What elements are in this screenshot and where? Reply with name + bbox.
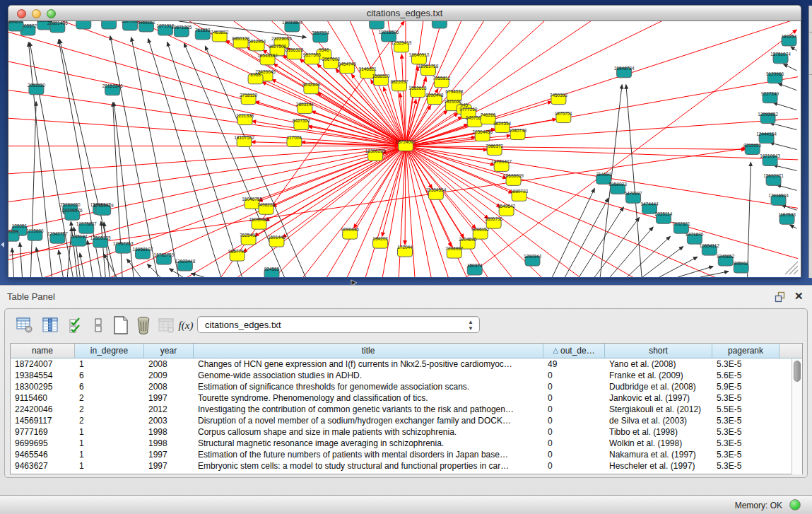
cell-name[interactable]: 9463627 bbox=[11, 460, 75, 472]
cell-name[interactable]: 18300295 bbox=[11, 381, 75, 392]
cell-in_degree[interactable]: 1 bbox=[75, 449, 144, 460]
graph-node[interactable]: 17957253 bbox=[113, 241, 134, 253]
table-row[interactable]: 977716911998Corpus callosum shape and si… bbox=[11, 426, 802, 438]
graph-node[interactable]: 8990448 bbox=[425, 93, 444, 105]
cell-short[interactable]: Hescheler et al. (1997) bbox=[605, 460, 712, 472]
graph-node[interactable]: 894614 bbox=[8, 21, 24, 31]
graph-node[interactable]: 8186328 bbox=[286, 47, 304, 59]
cell-year[interactable]: 2008 bbox=[144, 381, 194, 392]
graph-node[interactable]: 20153346 bbox=[102, 83, 123, 95]
table-row[interactable]: 2242004622012Investigating the contribut… bbox=[11, 404, 802, 415]
graph-node[interactable]: 19671385 bbox=[171, 25, 192, 37]
cell-name[interactable]: 9115460 bbox=[11, 392, 75, 404]
table-settings-icon[interactable] bbox=[15, 315, 35, 335]
graph-node[interactable]: 7986372 bbox=[486, 144, 504, 156]
cell-out_de[interactable]: 0 bbox=[543, 426, 605, 438]
cell-out_de[interactable]: 0 bbox=[543, 438, 605, 449]
graph-node[interactable]: 16099489 bbox=[249, 217, 269, 229]
graph-node[interactable]: 8822037 bbox=[390, 79, 408, 91]
graph-node[interactable]: 17016504 bbox=[768, 193, 789, 205]
graph-node[interactable]: 18640910 bbox=[409, 52, 430, 64]
cell-pagerank[interactable]: 5.3E-5 bbox=[712, 438, 779, 449]
cell-title[interactable]: Disruption of a novel member of a sodium… bbox=[194, 415, 543, 426]
graph-node[interactable]: 10975887 bbox=[76, 221, 97, 233]
graph-node[interactable]: 1880723 bbox=[510, 189, 529, 201]
cell-title[interactable]: Investigating the contribution of common… bbox=[194, 404, 543, 415]
panel-collapse-arrow-icon[interactable] bbox=[1, 242, 4, 247]
delete-rows-icon[interactable] bbox=[134, 315, 153, 335]
graph-node[interactable]: 7204967 bbox=[445, 246, 464, 258]
graph-node[interactable]: 8471676 bbox=[686, 232, 704, 244]
select-rows-icon[interactable] bbox=[66, 315, 86, 335]
graph-node[interactable]: 18300295 bbox=[365, 148, 386, 160]
cell-out_de[interactable]: 0 bbox=[543, 404, 605, 415]
graph-node[interactable]: 7857224 bbox=[312, 30, 330, 42]
cell-short[interactable]: Jankovic et al. (1997) bbox=[605, 392, 712, 404]
cell-pagerank[interactable]: 5.5E-5 bbox=[712, 404, 779, 415]
graph-node[interactable]: 2935114 bbox=[655, 211, 673, 223]
cell-short[interactable]: Stergiakouli et al. (2012) bbox=[605, 404, 712, 415]
column-header-in_degree[interactable]: in_degree bbox=[75, 344, 144, 358]
graph-node[interactable]: 18107552 bbox=[234, 135, 254, 147]
graph-node[interactable]: 12923448 bbox=[175, 259, 195, 271]
cell-name[interactable]: 9699695 bbox=[11, 438, 75, 449]
cell-title[interactable]: Genome-wide association studies in ADHD. bbox=[194, 370, 543, 381]
cell-out_de[interactable]: 0 bbox=[543, 370, 605, 381]
graph-node[interactable]: 181254 bbox=[782, 34, 797, 46]
graph-node[interactable]: 39159 bbox=[8, 229, 19, 241]
graph-node[interactable]: 1562615 bbox=[408, 86, 427, 98]
cell-in_degree[interactable]: 2 bbox=[75, 392, 144, 404]
graph-node[interactable]: 16648784 bbox=[614, 66, 635, 78]
show-columns-icon[interactable] bbox=[40, 315, 60, 335]
table-row[interactable]: 1456911722003Disruption of a novel membe… bbox=[11, 415, 802, 426]
table-row[interactable]: 946554611997Estimation of the future num… bbox=[11, 449, 802, 460]
column-header-name[interactable]: name bbox=[11, 344, 75, 358]
cell-out_de[interactable]: 49 bbox=[543, 358, 605, 370]
graph-node[interactable]: 2053130 bbox=[28, 83, 46, 95]
cell-year[interactable]: 1997 bbox=[144, 392, 194, 404]
graph-node[interactable]: 1145194 bbox=[70, 234, 88, 246]
cell-in_degree[interactable]: 1 bbox=[75, 438, 144, 449]
cell-year[interactable]: 2009 bbox=[144, 370, 194, 381]
graph-node[interactable]: 924565 bbox=[264, 267, 280, 277]
cell-out_de[interactable]: 0 bbox=[543, 449, 605, 460]
graph-node[interactable]: 10653287 bbox=[99, 21, 119, 29]
table-header-row[interactable]: namein_degreeyeartitle△out_de…shortpager… bbox=[11, 344, 802, 358]
column-header-title[interactable]: title bbox=[194, 344, 543, 358]
cell-pagerank[interactable]: 5.3E-5 bbox=[712, 426, 779, 438]
graph-node[interactable]: 1875751 bbox=[555, 111, 573, 123]
cell-short[interactable]: Franke et al. (2009) bbox=[605, 370, 712, 381]
graph-node[interactable]: 20206576 bbox=[62, 208, 83, 220]
cell-in_degree[interactable]: 6 bbox=[75, 381, 144, 392]
cell-pagerank[interactable]: 5.3E-5 bbox=[712, 449, 779, 460]
graph-node[interactable]: 12325419 bbox=[392, 40, 412, 52]
close-panel-icon[interactable]: ✕ bbox=[794, 290, 804, 303]
resize-grip-icon[interactable] bbox=[782, 259, 799, 276]
cell-name[interactable]: 19384554 bbox=[11, 370, 75, 381]
cell-year[interactable]: 1998 bbox=[144, 438, 194, 449]
graph-node[interactable]: 761552 bbox=[195, 28, 211, 40]
hub-node[interactable]: 18724007 bbox=[396, 139, 416, 151]
network-canvas[interactable]: 1405572894614231913208914061044371065328… bbox=[8, 21, 801, 277]
cell-short[interactable]: Nakamura et al. (1997) bbox=[605, 449, 712, 460]
graph-node[interactable]: 7450393 bbox=[550, 93, 568, 105]
memory-ok-icon[interactable] bbox=[789, 499, 801, 510]
table-row[interactable]: 969969511998Structural magnetic resonanc… bbox=[11, 438, 802, 449]
graph-node[interactable]: 18720407 bbox=[491, 159, 512, 171]
graph-node[interactable]: 9227349 bbox=[761, 91, 779, 103]
cell-short[interactable]: Yano et al. (2008) bbox=[605, 358, 712, 370]
table-select-dropdown[interactable]: citations_edges.txt ▲▼ bbox=[197, 316, 480, 333]
cell-out_de[interactable]: 0 bbox=[543, 381, 605, 392]
graph-node[interactable]: 8860128 bbox=[232, 36, 250, 48]
graph-node[interactable]: 1080748 bbox=[509, 128, 527, 140]
graph-node[interactable]: 16033809 bbox=[282, 21, 302, 32]
graph-node[interactable]: 895912 bbox=[734, 261, 749, 273]
graph-node[interactable]: 12505135 bbox=[90, 235, 111, 247]
cell-pagerank[interactable]: 5.9E-5 bbox=[712, 381, 779, 392]
graph-node[interactable]: 9466161 bbox=[137, 21, 155, 32]
cell-title[interactable]: Changes of HCN gene expression and I(f) … bbox=[194, 358, 543, 370]
table-row[interactable]: 911546021997Tourette syndrome. Phenomeno… bbox=[11, 392, 802, 404]
graph-node[interactable]: 1221338 bbox=[236, 113, 254, 125]
graph-node[interactable]: 16210643 bbox=[760, 153, 780, 165]
table-scrollbar[interactable] bbox=[792, 358, 802, 474]
